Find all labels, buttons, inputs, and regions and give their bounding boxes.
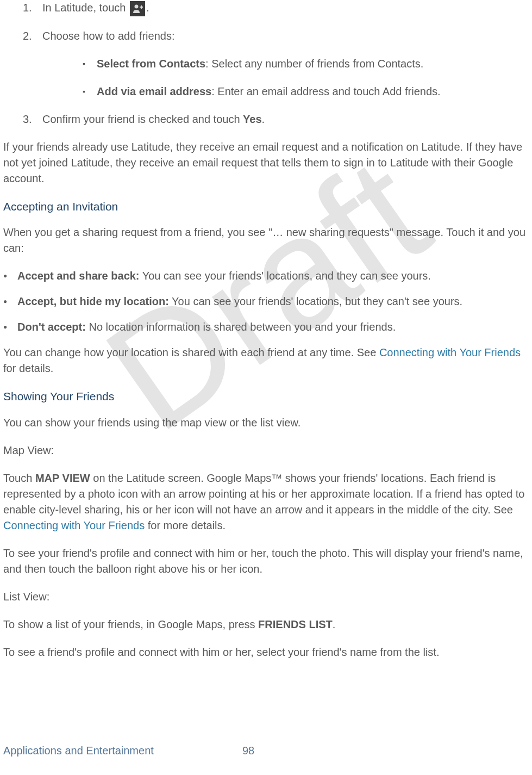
sub-option-email: Add via email address: Enter an email ad…: [42, 84, 532, 100]
step-number: 3.: [23, 111, 32, 127]
step-text: Confirm your friend is checked and touch: [42, 113, 243, 125]
connecting-friends-link[interactable]: Connecting with Your Friends: [379, 346, 521, 358]
option-dont-accept: Don't accept: No location information is…: [3, 319, 532, 335]
mapview-details: Touch MAP VIEW on the Latitude screen. G…: [3, 470, 532, 534]
option-desc: : Enter an email address and touch Add f…: [211, 85, 440, 97]
page-footer: Applications and Entertainment 98: [3, 743, 525, 759]
listview-profile: To see a friend's profile and connect wi…: [3, 644, 532, 660]
mapview-label: Map View:: [3, 443, 532, 458]
text-part: To show a list of your friends, in Googl…: [3, 618, 258, 630]
option-desc: You can see your friends' locations, and…: [140, 270, 431, 282]
step-text: Choose how to add friends:: [42, 30, 175, 42]
option-title: Accept, but hide my location:: [17, 295, 169, 307]
heading-showing: Showing Your Friends: [3, 388, 532, 405]
option-title: Accept and share back:: [17, 270, 140, 282]
friendslist-bold: FRIENDS LIST: [258, 618, 333, 630]
mapview-bold: MAP VIEW: [35, 472, 90, 484]
text-part: You can change how your location is shar…: [3, 346, 379, 358]
svg-point-0: [135, 4, 139, 8]
footer-section: Applications and Entertainment: [3, 745, 154, 757]
option-accept-share: Accept and share back: You can see your …: [3, 268, 532, 284]
step-3: 3. Confirm your friend is checked and to…: [3, 111, 532, 127]
numbered-steps: 1. In Latitude, touch . 2. Choose how to…: [3, 0, 532, 127]
listview-details: To show a list of your friends, in Googl…: [3, 617, 532, 633]
option-title: Don't accept:: [17, 321, 86, 333]
step-text-end: .: [146, 2, 149, 14]
showing-intro: You can show your friends using the map …: [3, 415, 532, 431]
step-1: 1. In Latitude, touch .: [3, 0, 532, 16]
step-2: 2. Choose how to add friends: Select fro…: [3, 28, 532, 100]
page-number: 98: [242, 743, 254, 759]
step-number: 1.: [23, 0, 32, 16]
option-title: Select from Contacts: [97, 58, 205, 70]
step-number: 2.: [23, 28, 32, 44]
existing-friends-info: If your friends already use Latitude, th…: [3, 139, 532, 187]
option-desc: : Select any number of friends from Cont…: [205, 58, 423, 70]
step-text: In Latitude, touch: [42, 2, 129, 14]
sub-option-contacts: Select from Contacts: Select any number …: [42, 56, 532, 72]
svg-rect-2: [141, 5, 142, 9]
option-title: Add via email address: [97, 85, 211, 97]
option-desc: You can see your friends' locations, but…: [169, 295, 462, 307]
text-part: .: [333, 618, 336, 630]
heading-accepting: Accepting an Invitation: [3, 199, 532, 215]
listview-label: List View:: [3, 589, 532, 605]
step-text-end: .: [262, 113, 265, 125]
text-part: for details.: [3, 362, 53, 374]
mapview-profile: To see your friend's profile and connect…: [3, 545, 532, 577]
connecting-friends-link[interactable]: Connecting with Your Friends: [3, 519, 145, 531]
text-part: for more details.: [145, 519, 226, 531]
yes-label: Yes: [243, 113, 261, 125]
option-desc: No location information is shared betwee…: [86, 321, 396, 333]
accept-options-list: Accept and share back: You can see your …: [3, 268, 532, 335]
add-friend-icon: [130, 1, 145, 16]
option-accept-hide: Accept, but hide my location: You can se…: [3, 294, 532, 309]
accepting-intro: When you get a sharing request from a fr…: [3, 225, 532, 256]
change-sharing-info: You can change how your location is shar…: [3, 345, 532, 376]
text-part: Touch: [3, 472, 35, 484]
